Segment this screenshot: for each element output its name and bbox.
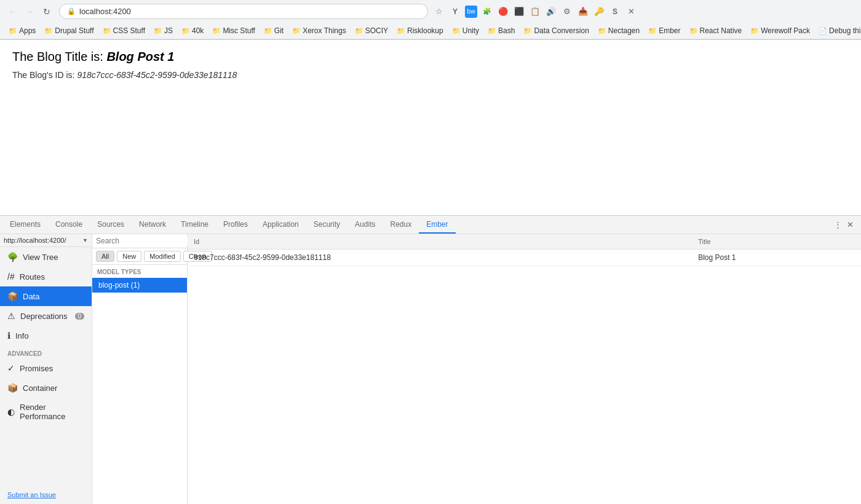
bookmark-label: Misc Stuff xyxy=(223,26,255,35)
bookmarks-bar: 📁Apps📁Drupal Stuff📁CSS Stuff📁JS📁40k📁Misc… xyxy=(0,23,861,39)
sidebar-advanced-items: ✓Promises📦Container◐Render Performance xyxy=(0,358,92,426)
ext6-icon[interactable]: ⚙ xyxy=(561,6,573,18)
bookmark-icon: 📁 xyxy=(44,27,53,35)
tab-security[interactable]: Security xyxy=(306,216,347,234)
bitly-icon[interactable]: bw xyxy=(465,6,477,18)
bookmark-icon: 📁 xyxy=(355,27,363,35)
bookmark-item[interactable]: 📁React Native xyxy=(686,25,746,36)
bookmark-item[interactable]: 📁Risklookup xyxy=(393,25,447,36)
bookmark-label: Bash xyxy=(498,26,515,35)
sidebar-item-info[interactable]: ℹInfo xyxy=(0,326,92,345)
bookmark-item[interactable]: 📁Data Conversion xyxy=(520,25,592,36)
bookmark-item[interactable]: 📁Xerox Things xyxy=(288,25,349,36)
sidebar-item-container[interactable]: 📦Container xyxy=(0,378,92,398)
bookmark-icon: 📁 xyxy=(689,27,698,35)
promises-label: Promises xyxy=(20,364,53,373)
tab-profiles[interactable]: Profiles xyxy=(216,216,255,234)
table-row[interactable]: 918c7ccc-683f-45c2-9599-0de33e181118Blog… xyxy=(188,250,861,266)
devtools-close-icon[interactable]: ✕ xyxy=(847,220,854,229)
tab-sources[interactable]: Sources xyxy=(90,216,132,234)
tab-application[interactable]: Application xyxy=(255,216,306,234)
page-title: The Blog Title is: Blog Post 1 xyxy=(12,50,849,64)
sidebar-nav-items: 🌳View Tree/#Routes📦Data⚠Deprecations0ℹIn… xyxy=(0,247,92,345)
tab-timeline[interactable]: Timeline xyxy=(173,216,216,234)
y-icon[interactable]: Y xyxy=(449,6,461,18)
model-type-item[interactable]: blog-post (1) xyxy=(92,278,187,293)
bookmark-label: 40k xyxy=(192,26,204,35)
forward-button[interactable]: → xyxy=(22,4,37,19)
bookmark-label: Drupal Stuff xyxy=(55,26,93,35)
profile-icon[interactable]: S xyxy=(609,6,621,18)
bookmark-item[interactable]: 📁Git xyxy=(260,25,287,36)
col-id: Id xyxy=(188,234,692,250)
devtools-more-icon[interactable]: ⋮ xyxy=(834,220,842,229)
id-prefix: The Blog's ID is: xyxy=(12,70,77,80)
submit-issue-link[interactable]: Submit an Issue xyxy=(7,491,56,498)
filter-btn-modified[interactable]: Modified xyxy=(144,251,181,262)
bookmark-item[interactable]: 📁Nectagen xyxy=(594,25,643,36)
devtools-tab-icons: ⋮ ✕ xyxy=(829,220,859,229)
advanced-section-label: ADVANCED xyxy=(0,345,92,358)
sidebar-item-data[interactable]: 📦Data xyxy=(0,286,92,306)
bookmark-item[interactable]: 📁Bash xyxy=(484,25,518,36)
toolbar-right: ☆ Y bw 🧩 🔴 ⬛ 📋 🔊 ⚙ 📥 🔑 S ✕ xyxy=(433,6,637,18)
model-search-input[interactable] xyxy=(96,237,188,245)
sidebar-item-deprecations[interactable]: ⚠Deprecations0 xyxy=(0,306,92,326)
tab-elements[interactable]: Elements xyxy=(2,216,48,234)
bookmark-icon: 📁 xyxy=(523,27,532,35)
tab-redux[interactable]: Redux xyxy=(383,216,419,234)
model-types-panel: AllNewModifiedClean MODEL TYPES blog-pos… xyxy=(92,234,188,504)
ext1-icon[interactable]: 🧩 xyxy=(481,6,493,18)
ext8-icon[interactable]: 🔑 xyxy=(593,6,605,18)
bookmark-item[interactable]: 📁40k xyxy=(178,25,207,36)
close-icon[interactable]: ✕ xyxy=(625,6,637,18)
bookmark-item[interactable]: 📁Werewolf Pack xyxy=(747,25,814,36)
bookmark-item[interactable]: 📁Misc Stuff xyxy=(208,25,258,36)
tab-network[interactable]: Network xyxy=(132,216,173,234)
filter-btn-all[interactable]: All xyxy=(96,251,114,262)
bookmark-item[interactable]: 📁Ember xyxy=(645,25,684,36)
sidebar-item-view-tree[interactable]: 🌳View Tree xyxy=(0,247,92,267)
address-bar[interactable]: 🔒 localhost:4200 xyxy=(59,4,428,19)
ext2-icon[interactable]: 🔴 xyxy=(497,6,509,18)
ext3-icon[interactable]: ⬛ xyxy=(513,6,525,18)
bookmark-label: Data Conversion xyxy=(534,26,589,35)
bookmark-item[interactable]: 📁CSS Stuff xyxy=(99,25,149,36)
page-subtitle: The Blog's ID is: 918c7ccc-683f-45c2-959… xyxy=(12,70,849,80)
bookmark-label: React Native xyxy=(700,26,742,35)
browser-toolbar: ← → ↻ 🔒 localhost:4200 ☆ Y bw 🧩 🔴 ⬛ 📋 🔊 … xyxy=(0,0,861,23)
bookmark-label: Ember xyxy=(659,26,680,35)
bookmark-item[interactable]: 📁Unity xyxy=(448,25,483,36)
ext7-icon[interactable]: 📥 xyxy=(577,6,589,18)
tab-console[interactable]: Console xyxy=(48,216,90,234)
back-button[interactable]: ← xyxy=(5,4,20,19)
sidebar-item-routes[interactable]: /#Routes xyxy=(0,267,92,286)
table-scroll[interactable]: IdTitle 918c7ccc-683f-45c2-9599-0de33e18… xyxy=(188,234,861,504)
bookmark-item[interactable]: 📁Apps xyxy=(5,25,39,36)
bookmark-item[interactable]: 📄Debug this page xyxy=(815,25,861,36)
filter-btn-new[interactable]: New xyxy=(117,251,141,262)
bookmark-label: SOCIY xyxy=(365,26,388,35)
tab-audits[interactable]: Audits xyxy=(347,216,383,234)
ext5-icon[interactable]: 🔊 xyxy=(545,6,557,18)
bookmark-icon: 📁 xyxy=(264,27,272,35)
ext4-icon[interactable]: 📋 xyxy=(529,6,541,18)
badge: 0 xyxy=(75,313,85,320)
routes-icon: /# xyxy=(7,272,15,282)
info-label: Info xyxy=(15,331,29,341)
devtools-url-bar[interactable]: http://localhost:4200/ ▼ xyxy=(0,234,92,247)
bookmark-item[interactable]: 📁JS xyxy=(150,25,177,36)
reload-button[interactable]: ↻ xyxy=(39,4,54,19)
sidebar-item-render-performance[interactable]: ◐Render Performance xyxy=(0,398,92,426)
bookmark-item[interactable]: 📁SOCIY xyxy=(351,25,392,36)
dropdown-arrow-icon: ▼ xyxy=(82,237,88,243)
bookmark-icon: 📄 xyxy=(819,27,827,35)
bookmark-icon: 📁 xyxy=(648,27,657,35)
bookmark-item[interactable]: 📁Drupal Stuff xyxy=(41,25,97,36)
bookmark-star-icon[interactable]: ☆ xyxy=(433,6,445,18)
bookmark-icon: 📁 xyxy=(9,27,17,35)
table-header: IdTitle xyxy=(188,234,861,250)
data-label: Data xyxy=(23,292,39,301)
tab-ember[interactable]: Ember xyxy=(419,216,455,234)
sidebar-item-promises[interactable]: ✓Promises xyxy=(0,358,92,378)
